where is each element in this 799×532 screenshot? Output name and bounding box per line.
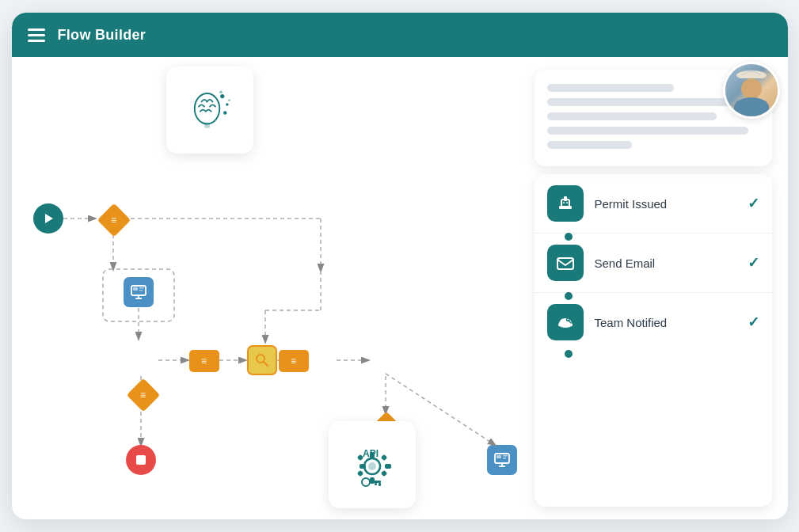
svg-point-1 [220,94,224,98]
rect-node-2[interactable]: ≡ [279,350,309,372]
doc-line-1 [547,84,675,92]
computer-node[interactable] [124,277,154,307]
svg-rect-46 [379,483,381,486]
right-panel: Permit Issued ✓ Send Email ✓ [519,57,788,519]
svg-rect-24 [131,286,146,295]
main-card: Flow Builder [12,13,788,519]
permit-label: Permit Issued [595,197,736,211]
svg-rect-39 [380,454,386,461]
team-label: Team Notified [595,316,736,329]
svg-point-60 [565,202,567,203]
svg-rect-38 [360,464,366,469]
status-item-permit: Permit Issued ✓ [535,174,772,234]
doc-line-4 [547,127,749,135]
svg-rect-45 [370,481,381,483]
svg-rect-52 [503,455,508,457]
app-header: Flow Builder [12,13,788,57]
svg-text:API: API [363,448,379,459]
svg-point-34 [368,462,376,470]
rect-node-1[interactable]: ≡ [189,350,219,372]
search-node[interactable] [247,345,277,375]
svg-rect-47 [375,483,377,485]
svg-rect-41 [380,470,386,477]
status-item-team: Team Notified ✓ [535,293,772,352]
stop-node[interactable] [126,445,156,475]
svg-marker-23 [45,214,53,223]
doc-line-2 [547,98,749,106]
svg-rect-63 [558,324,573,326]
computer-node-2[interactable] [487,445,517,475]
doc-card [535,70,772,166]
svg-rect-29 [139,290,143,291]
team-icon-box [547,304,584,340]
flow-arrows [12,57,535,519]
svg-rect-51 [497,455,501,458]
permit-icon-box [547,185,584,222]
svg-rect-58 [564,196,567,201]
svg-point-4 [219,91,223,94]
svg-rect-6 [204,123,210,128]
email-icon-box [547,245,584,281]
svg-point-59 [562,202,564,203]
email-check: ✓ [748,254,759,272]
svg-rect-61 [557,258,573,269]
status-item-email: Send Email ✓ [535,234,772,293]
svg-rect-42 [356,470,363,477]
avatar-image [725,64,778,116]
filter-node-1[interactable]: ≡ [97,203,131,237]
doc-line-5 [547,141,632,149]
svg-rect-48 [495,454,509,463]
app-title: Flow Builder [58,27,146,44]
dot-connector-2 [565,292,573,300]
email-label: Send Email [595,256,736,270]
svg-point-44 [362,478,370,486]
svg-line-31 [264,362,268,366]
avatar [723,62,780,119]
dot-connector-1 [565,233,573,241]
svg-point-2 [226,103,229,106]
brain-node[interactable] [166,66,253,154]
svg-rect-53 [503,458,506,459]
team-check: ✓ [748,314,759,331]
api-node[interactable]: API [329,421,416,508]
svg-point-0 [194,93,219,124]
doc-line-3 [547,112,717,120]
svg-rect-27 [133,287,138,291]
svg-point-3 [223,111,226,114]
dot-connector-3 [565,350,573,358]
svg-rect-37 [385,464,391,469]
flow-canvas: ≡ ≡ ≡ [12,57,535,519]
filter-node-2[interactable]: ≡ [127,378,160,412]
status-panel: Permit Issued ✓ Send Email ✓ [535,174,772,507]
svg-rect-28 [139,287,144,289]
permit-check: ✓ [748,195,759,212]
menu-icon[interactable] [28,28,45,42]
svg-point-5 [228,99,230,101]
svg-rect-32 [136,455,146,465]
play-node[interactable] [33,203,63,234]
